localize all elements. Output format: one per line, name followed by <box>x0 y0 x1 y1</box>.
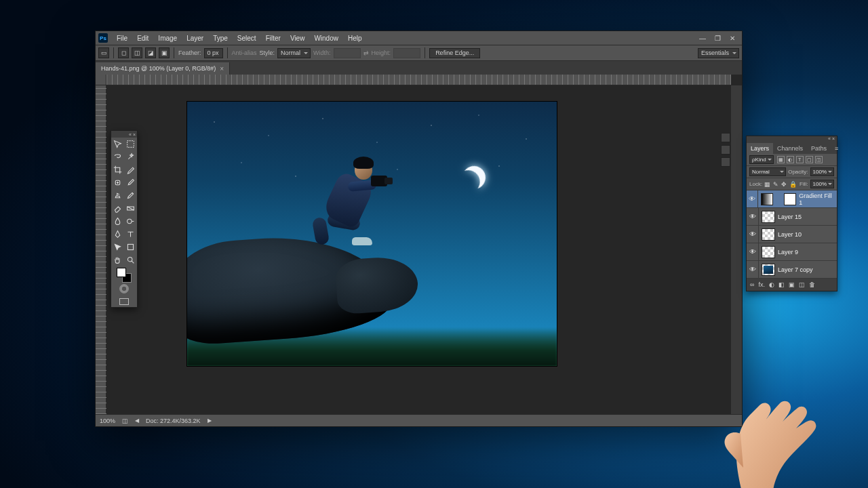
link-layers-icon[interactable]: ∞ <box>750 281 754 288</box>
filter-shape-icon[interactable]: ▢ <box>806 156 813 163</box>
menu-select[interactable]: Select <box>233 35 261 42</box>
layer-visibility-icon[interactable]: 👁 <box>747 226 759 243</box>
magic-wand-tool[interactable] <box>124 150 137 163</box>
layer-row[interactable]: 👁Layer 7 copy <box>747 261 837 279</box>
menu-layer[interactable]: Layer <box>182 35 208 42</box>
layer-visibility-icon[interactable]: 👁 <box>747 243 759 260</box>
lasso-tool[interactable] <box>111 150 124 163</box>
lock-transparent-icon[interactable]: ▦ <box>764 181 770 188</box>
menu-filter[interactable]: Filter <box>261 35 285 42</box>
shape-tool[interactable] <box>124 241 137 253</box>
layers-panel[interactable]: «× Layers Channels Paths ≡ ρ Kind ▦ ◐ T … <box>746 136 837 291</box>
horizontal-ruler[interactable] <box>106 75 731 85</box>
healing-brush-tool[interactable] <box>111 176 124 189</box>
dock-icon-3[interactable] <box>721 157 730 167</box>
style-dropdown[interactable]: Normal <box>277 48 311 58</box>
vertical-ruler[interactable] <box>96 85 106 414</box>
document-tab[interactable]: Hands-41.png @ 100% (Layer 0, RGB/8#) × <box>96 62 230 75</box>
document-tab-close-icon[interactable]: × <box>220 65 224 73</box>
eyedropper-tool[interactable] <box>124 163 137 176</box>
layer-row[interactable]: 👁Layer 9 <box>747 243 837 261</box>
path-selection-tool[interactable] <box>111 241 124 253</box>
layer-visibility-icon[interactable]: 👁 <box>747 208 759 225</box>
menu-image[interactable]: Image <box>153 35 182 42</box>
selection-add-icon[interactable]: ◫ <box>132 47 142 58</box>
crop-tool[interactable] <box>111 163 124 176</box>
tool-preset-icon[interactable]: ▭ <box>98 47 109 58</box>
menu-file[interactable]: File <box>112 35 132 42</box>
layer-row[interactable]: 👁Layer 15 <box>747 208 837 226</box>
fill-input[interactable]: 100% <box>810 180 834 188</box>
zoom-level[interactable]: 100% <box>100 418 115 424</box>
hand-tool[interactable] <box>111 253 124 266</box>
menu-type[interactable]: Type <box>208 35 233 42</box>
layer-name[interactable]: Layer 9 <box>778 249 798 256</box>
foreground-color[interactable] <box>117 268 126 277</box>
dock-icon-2[interactable] <box>721 145 730 155</box>
layer-row[interactable]: 👁Layer 10 <box>747 226 837 243</box>
dodge-tool[interactable] <box>124 215 137 228</box>
selection-subtract-icon[interactable]: ◪ <box>145 47 156 58</box>
doc-dims-icon[interactable]: ◫ <box>122 418 128 424</box>
gradient-tool[interactable] <box>124 202 137 215</box>
filter-smart-icon[interactable]: ◫ <box>815 156 823 163</box>
move-tool[interactable] <box>111 138 124 150</box>
panel-menu-icon[interactable]: ≡ <box>831 143 842 154</box>
menu-edit[interactable]: Edit <box>132 35 153 42</box>
dock-icon-1[interactable] <box>721 133 730 142</box>
layer-thumbnail[interactable] <box>762 264 775 276</box>
pen-tool[interactable] <box>111 228 124 241</box>
zoom-tool[interactable] <box>124 253 137 266</box>
layer-row[interactable]: 👁Gradient Fill 1 <box>747 190 837 208</box>
doc-size[interactable]: Doc: 272.4K/363.2K <box>146 418 201 424</box>
lock-pixels-icon[interactable]: ✎ <box>773 181 778 188</box>
layer-visibility-icon[interactable]: 👁 <box>747 190 758 207</box>
panel-close-icon[interactable]: × <box>832 136 835 143</box>
panel-close-icon[interactable]: × <box>133 132 136 137</box>
screen-mode-toggle[interactable] <box>111 296 137 307</box>
opacity-input[interactable]: 100% <box>810 167 834 176</box>
layer-thumbnail[interactable] <box>784 193 797 205</box>
feather-input[interactable]: 0 px <box>204 48 223 58</box>
close-window-button[interactable]: ✕ <box>726 35 739 42</box>
selection-new-icon[interactable]: ◻ <box>118 47 129 58</box>
type-tool[interactable] <box>124 228 137 241</box>
layer-thumbnail[interactable] <box>761 193 774 205</box>
delete-layer-icon[interactable]: 🗑 <box>809 281 815 288</box>
selection-intersect-icon[interactable]: ▣ <box>159 47 170 58</box>
brush-tool[interactable] <box>124 176 137 189</box>
status-flyout-icon[interactable]: ▶ <box>208 418 212 424</box>
layer-thumbnail[interactable] <box>762 211 775 223</box>
antialias-checkbox[interactable]: Anti-alias <box>232 49 257 56</box>
filter-adjust-icon[interactable]: ◐ <box>787 156 794 163</box>
layer-mask-icon[interactable]: ◐ <box>769 281 774 288</box>
color-swatches[interactable] <box>111 266 137 284</box>
marquee-tool[interactable] <box>124 138 137 150</box>
layers-tab[interactable]: Layers <box>747 143 773 154</box>
menu-help[interactable]: Help <box>343 35 367 42</box>
history-brush-tool[interactable] <box>124 189 137 202</box>
filter-type-icon[interactable]: T <box>796 156 804 163</box>
tools-panel[interactable]: «× <box>111 130 138 308</box>
layer-name[interactable]: Layer 10 <box>778 231 802 238</box>
layer-thumbnail[interactable] <box>762 246 775 258</box>
adjustment-layer-icon[interactable]: ◧ <box>778 281 785 288</box>
eraser-tool[interactable] <box>111 202 124 215</box>
paths-tab[interactable]: Paths <box>807 143 831 154</box>
layer-fx-icon[interactable]: fx. <box>758 281 765 288</box>
filter-pixel-icon[interactable]: ▦ <box>777 156 785 163</box>
panel-collapse-icon[interactable]: « <box>129 132 132 137</box>
new-layer-icon[interactable]: ◫ <box>799 281 805 288</box>
channels-tab[interactable]: Channels <box>773 143 807 154</box>
lock-position-icon[interactable]: ✥ <box>781 181 787 188</box>
blend-mode-dropdown[interactable]: Normal <box>749 167 786 176</box>
minimize-button[interactable]: — <box>696 35 709 42</box>
workspace-switcher[interactable]: Essentials <box>698 48 739 58</box>
layer-name[interactable]: Layer 15 <box>778 214 802 220</box>
layer-name[interactable]: Layer 7 copy <box>778 266 813 273</box>
maximize-button[interactable]: ❐ <box>711 35 724 42</box>
clone-stamp-tool[interactable] <box>111 189 124 202</box>
menu-view[interactable]: View <box>285 35 310 42</box>
blur-tool[interactable] <box>111 215 124 228</box>
menu-window[interactable]: Window <box>309 35 343 42</box>
